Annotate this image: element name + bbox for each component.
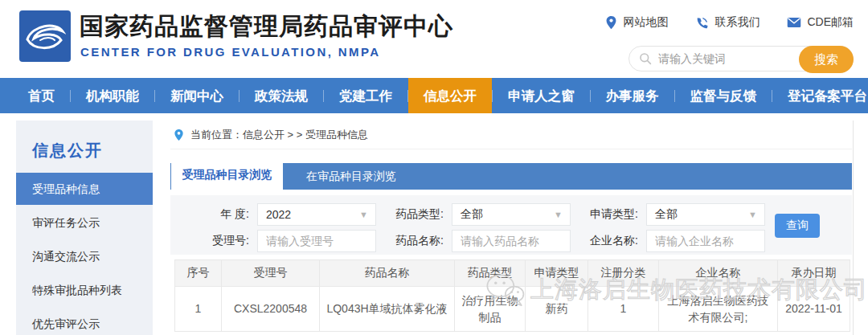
quick-links: 网站地图 联系我们 CDE邮箱 xyxy=(605,15,854,30)
cell-apply-type: 新药 xyxy=(526,287,588,332)
nav-item-applicant[interactable]: 申请人之窗 xyxy=(493,78,590,113)
nav-item-services[interactable]: 办事服务 xyxy=(591,78,674,113)
year-select[interactable]: 2022 ▼ xyxy=(257,203,376,226)
query-button[interactable]: 查询 xyxy=(775,214,820,238)
year-label: 年 度: xyxy=(190,207,249,222)
cde-logo xyxy=(19,10,71,62)
content-right-divider xyxy=(853,121,854,335)
apply-type-label: 申请类型: xyxy=(571,207,638,222)
table-row: 1 CXSL2200548 LQ043H单域抗体雾化液 治疗用生物制品 新药 1… xyxy=(175,287,850,332)
drug-name-label: 药品名称: xyxy=(376,234,444,248)
nav-item-info-disclosure[interactable]: 信息公开 xyxy=(408,78,492,113)
nav-item-registration-platform[interactable]: 登记备案平台 xyxy=(772,78,868,113)
chevron-down-icon: ▼ xyxy=(554,210,563,219)
phone-icon xyxy=(695,16,709,30)
cell-drug-type: 治疗用生物制品 xyxy=(455,287,526,332)
cell-company: 上海洛启生物医药技术有限公司; xyxy=(659,287,778,332)
fish-emblem-icon xyxy=(24,18,66,54)
tab-strip: 受理品种目录浏览 在审品种目录浏览 xyxy=(170,163,852,190)
nav-item-home[interactable]: 首页 xyxy=(13,78,70,113)
search-bar: 搜索 xyxy=(628,46,854,71)
col-header-company: 企业名称 xyxy=(659,260,778,287)
nav-item-supervision[interactable]: 监督与反馈 xyxy=(675,78,772,113)
nav-item-party[interactable]: 党建工作 xyxy=(324,78,407,113)
search-icon xyxy=(639,52,652,65)
filter-panel: 年 度: 2022 ▼ 药品类型: 全部 ▼ 申请类型: 全部 ▼ 受理号: 药… xyxy=(170,195,852,255)
acceptance-no-label: 受理号: xyxy=(190,234,249,248)
site-subtitle: CENTER FOR DRUG EVALUATION, NMPA xyxy=(80,45,380,59)
sidebar-title: 信息公开 xyxy=(16,121,153,173)
breadcrumb-text: 当前位置：信息公开 > > 受理品种信息 xyxy=(190,128,368,142)
company-name-label: 企业名称: xyxy=(571,234,638,248)
tab-under-review-catalog[interactable]: 在审品种目录浏览 xyxy=(283,163,420,190)
contact-link-label: 联系我们 xyxy=(714,15,760,30)
col-header-date: 承办日期 xyxy=(778,260,850,287)
tab-accepted-catalog[interactable]: 受理品种目录浏览 xyxy=(171,160,283,190)
search-button[interactable]: 搜索 xyxy=(799,46,854,73)
col-header-drug-name: 药品名称 xyxy=(320,260,455,287)
location-pin-icon xyxy=(174,129,184,141)
sidebar-item-review-tasks[interactable]: 审评任务公示 xyxy=(16,206,153,239)
col-header-reg-class: 注册分类 xyxy=(588,260,659,287)
year-select-value: 2022 xyxy=(266,208,291,221)
sidebar-item-priority-review[interactable]: 优先审评公示 xyxy=(16,308,153,335)
sidebar: 信息公开 受理品种信息 审评任务公示 沟通交流公示 特殊审批品种列表 优先审评公… xyxy=(16,121,153,335)
sitemap-link-label: 网站地图 xyxy=(623,15,668,30)
contact-link[interactable]: 联系我们 xyxy=(695,15,760,30)
col-header-no: 序号 xyxy=(175,260,222,287)
site-header: 国家药品监督管理局药品审评中心 CENTER FOR DRUG EVALUATI… xyxy=(0,0,868,78)
apply-type-select-value: 全部 xyxy=(655,207,678,222)
mailbox-link[interactable]: CDE邮箱 xyxy=(787,15,854,30)
table-header-row: 序号 受理号 药品名称 药品类型 申请类型 注册分类 企业名称 承办日期 xyxy=(175,260,850,287)
sidebar-item-communication[interactable]: 沟通交流公示 xyxy=(16,240,153,272)
nav-item-policy[interactable]: 政策法规 xyxy=(240,78,323,113)
results-table: 序号 受理号 药品名称 药品类型 申请类型 注册分类 企业名称 承办日期 1 C… xyxy=(174,259,850,332)
acceptance-no-field-wrap xyxy=(257,230,376,252)
envelope-icon xyxy=(787,17,801,28)
breadcrumb: 当前位置：信息公开 > > 受理品种信息 xyxy=(170,121,852,149)
acceptance-no-input[interactable] xyxy=(266,235,367,247)
cell-drug-name: LQ043H单域抗体雾化液 xyxy=(320,287,455,332)
col-header-acceptance-no: 受理号 xyxy=(222,260,320,287)
col-header-drug-type: 药品类型 xyxy=(455,260,526,287)
sidebar-item-accepted-varieties[interactable]: 受理品种信息 xyxy=(16,173,153,205)
chevron-down-icon: ▼ xyxy=(359,210,368,219)
apply-type-select[interactable]: 全部 ▼ xyxy=(646,203,765,226)
site-title: 国家药品监督管理局药品审评中心 xyxy=(80,10,453,43)
nav-item-functions[interactable]: 机构职能 xyxy=(71,78,154,113)
cell-reg-class: 1 xyxy=(588,287,659,332)
cell-acceptance-no: CXSL2200548 xyxy=(222,287,320,332)
col-header-apply-type: 申请类型 xyxy=(526,260,588,287)
cell-date: 2022-11-01 xyxy=(778,287,850,332)
content-area: 当前位置：信息公开 > > 受理品种信息 受理品种目录浏览 在审品种目录浏览 年… xyxy=(170,121,852,332)
drug-type-select[interactable]: 全部 ▼ xyxy=(452,203,571,226)
drug-type-select-value: 全部 xyxy=(461,207,483,222)
company-name-input[interactable] xyxy=(655,235,756,247)
chevron-down-icon: ▼ xyxy=(748,210,757,219)
main-nav: 首页 机构职能 新闻中心 政策法规 党建工作 信息公开 申请人之窗 办事服务 监… xyxy=(0,78,868,113)
map-pin-icon xyxy=(605,15,617,30)
drug-name-field-wrap xyxy=(452,230,571,252)
cell-no: 1 xyxy=(175,287,222,332)
drug-type-label: 药品类型: xyxy=(376,207,444,222)
sitemap-link[interactable]: 网站地图 xyxy=(605,15,668,30)
mailbox-link-label: CDE邮箱 xyxy=(807,15,854,30)
sidebar-item-special-approval[interactable]: 特殊审批品种列表 xyxy=(16,274,153,306)
nav-item-news[interactable]: 新闻中心 xyxy=(155,78,239,113)
company-name-field-wrap xyxy=(646,230,765,252)
drug-name-input[interactable] xyxy=(461,235,562,247)
